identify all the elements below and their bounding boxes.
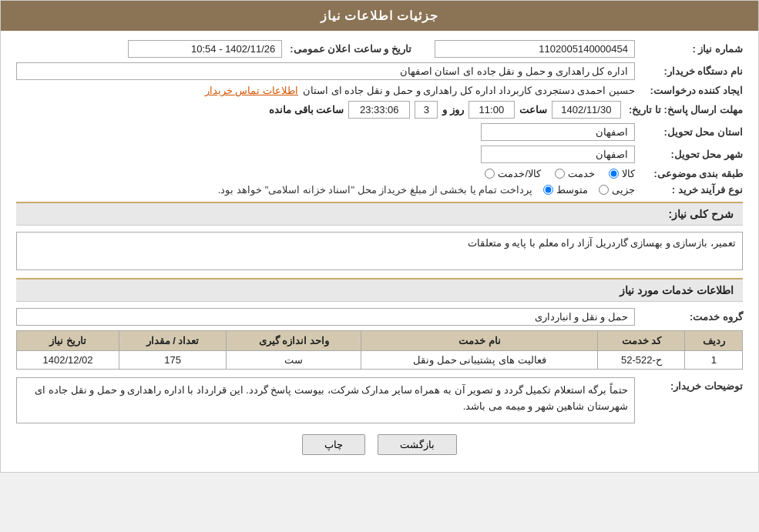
services-section-header: اطلاعات خدمات مورد نیاز xyxy=(16,278,743,302)
table-cell-date: 1402/12/02 xyxy=(17,351,119,370)
services-table-section: ردیف کد خدمت نام خدمت واحد اندازه گیری ت… xyxy=(16,330,743,370)
table-cell-code: ح-522-52 xyxy=(598,351,685,370)
category-khedmat: خدمت xyxy=(555,168,595,179)
col-header-name: نام خدمت xyxy=(361,331,598,351)
description-value: تعمیر، بازسازی و بهسازی گاردریل آزاد راه… xyxy=(16,232,743,270)
buyer-notes-section: توضیحات خریدار: حتماً برگه استعلام تکمیل… xyxy=(16,377,743,423)
process-desc: پرداخت تمام يا بخشى از مبلغ خريداز محل "… xyxy=(16,184,532,196)
description-label: شرح کلی نیاز: xyxy=(669,208,734,220)
city-label: شهر محل تحویل: xyxy=(635,149,743,160)
col-header-date: تاریخ نیاز xyxy=(17,331,119,351)
creator-label: ایجاد کننده درخواست: xyxy=(635,85,743,96)
buttons-row: بازگشت چاپ xyxy=(16,434,743,455)
city-value: اصفهان xyxy=(481,146,635,163)
city-row: شهر محل تحویل: اصفهان xyxy=(16,146,743,163)
announce-datetime-value: 1402/11/26 - 10:54 xyxy=(128,40,282,58)
back-button[interactable]: بازگشت xyxy=(378,434,457,455)
contact-link[interactable]: اطلاعات تماس خریدار xyxy=(205,85,298,96)
services-table: ردیف کد خدمت نام خدمت واحد اندازه گیری ت… xyxy=(16,330,743,370)
col-header-code: کد خدمت xyxy=(598,331,685,351)
need-number-label: شماره نیاز : xyxy=(635,43,743,55)
table-row: 1ح-522-52فعالیت های پشتیبانی حمل ونقلست1… xyxy=(17,351,743,370)
col-header-qty: تعداد / مقدار xyxy=(119,331,227,351)
need-number-row: شماره نیاز : 1102005140000454 تاریخ و سا… xyxy=(16,40,743,58)
category-kala: کالا xyxy=(609,168,635,179)
need-number-value: 1102005140000454 xyxy=(435,40,635,58)
process-motavasset: متوسط xyxy=(543,184,588,196)
kala-label: کالا xyxy=(622,168,635,179)
deadline-row: مهلت ارسال پاسخ: تا تاریخ: 1402/11/30 سا… xyxy=(16,101,743,119)
deadline-time: 11:00 xyxy=(468,101,515,119)
description-container: تعمیر، بازسازی و بهسازی گاردریل آزاد راه… xyxy=(16,232,743,270)
khedmat-label: خدمت xyxy=(568,168,595,179)
print-button[interactable]: چاپ xyxy=(302,434,365,455)
process-options: جزیی متوسط پرداخت تمام يا بخشى از مبلغ خ… xyxy=(16,184,635,196)
category-label: طبقه بندی موضوعی: xyxy=(635,168,743,179)
buyer-org-row: نام دستگاه خریدار: اداره کل راهداری و حم… xyxy=(16,62,743,80)
services-header-text: اطلاعات خدمات مورد نیاز xyxy=(620,284,734,296)
province-row: استان محل تحویل: اصفهان xyxy=(16,123,743,141)
creator-name: حسین احمدی دستجردی کاربرداد اداره کل راه… xyxy=(303,85,635,96)
buyer-org-label: نام دستگاه خریدار: xyxy=(635,65,743,77)
buyer-notes-text: حتماً برگه استعلام تکمیل گردد و تصویر آن… xyxy=(16,377,635,423)
deadline-remaining: 23:33:06 xyxy=(348,101,410,119)
deadline-days-label: روز و xyxy=(442,104,464,115)
kala-khedmat-label: کالا/خدمت xyxy=(498,168,541,179)
announce-datetime-label: تاریخ و ساعت اعلان عمومی: xyxy=(282,43,411,55)
deadline-days: 3 xyxy=(415,101,438,119)
table-cell-name: فعالیت های پشتیبانی حمل ونقل xyxy=(361,351,598,370)
process-label: نوع فرآیند خرید : xyxy=(635,184,743,196)
service-group-value: حمل و نقل و انبارداری xyxy=(16,308,635,326)
process-jozii: جزیی xyxy=(599,184,635,196)
service-group-row: گروه خدمت: حمل و نقل و انبارداری xyxy=(16,308,743,326)
jozii-radio[interactable] xyxy=(599,185,609,195)
table-cell-row: 1 xyxy=(685,351,743,370)
page-wrapper: جزئیات اطلاعات نیاز شماره نیاز : 1102005… xyxy=(0,0,759,473)
kala-radio[interactable] xyxy=(609,169,619,179)
province-label: استان محل تحویل: xyxy=(635,126,743,138)
buyer-notes-label: توضیحات خریدار: xyxy=(635,377,743,392)
jozii-label: جزیی xyxy=(612,184,635,196)
content-area: شماره نیاز : 1102005140000454 تاریخ و سا… xyxy=(1,31,758,472)
description-section-header: شرح کلی نیاز: xyxy=(16,202,743,226)
motavasset-radio[interactable] xyxy=(543,185,553,195)
deadline-date: 1402/11/30 xyxy=(552,101,621,119)
process-row: نوع فرآیند خرید : جزیی متوسط پرداخت تمام… xyxy=(16,184,743,196)
category-row: طبقه بندی موضوعی: کالا خدمت کالا/خدمت xyxy=(16,168,743,179)
category-kala-khedmat: کالا/خدمت xyxy=(485,168,541,179)
province-value: اصفهان xyxy=(481,123,635,141)
table-cell-unit: ست xyxy=(227,351,361,370)
deadline-remaining-label: ساعت باقی مانده xyxy=(269,104,344,115)
col-header-unit: واحد اندازه گیری xyxy=(227,331,361,351)
deadline-fields: 1402/11/30 ساعت 11:00 روز و 3 23:33:06 س… xyxy=(16,101,621,119)
creator-value-container: حسین احمدی دستجردی کاربرداد اداره کل راه… xyxy=(16,85,635,96)
col-header-row: ردیف xyxy=(685,331,743,351)
category-options: کالا خدمت کالا/خدمت xyxy=(485,168,635,179)
page-header: جزئیات اطلاعات نیاز xyxy=(1,1,758,31)
motavasset-label: متوسط xyxy=(556,184,588,196)
buyer-org-value: اداره کل راهداری و حمل و نقل جاده ای است… xyxy=(16,62,635,80)
deadline-time-label: ساعت xyxy=(519,104,547,115)
creator-row: ایجاد کننده درخواست: حسین احمدی دستجردی … xyxy=(16,85,743,96)
service-group-label: گروه خدمت: xyxy=(635,311,743,323)
deadline-label: مهلت ارسال پاسخ: تا تاریخ: xyxy=(621,104,743,115)
khedmat-radio[interactable] xyxy=(555,169,565,179)
kala-khedmat-radio[interactable] xyxy=(485,169,495,179)
table-cell-qty: 175 xyxy=(119,351,227,370)
page-title: جزئیات اطلاعات نیاز xyxy=(321,9,439,22)
